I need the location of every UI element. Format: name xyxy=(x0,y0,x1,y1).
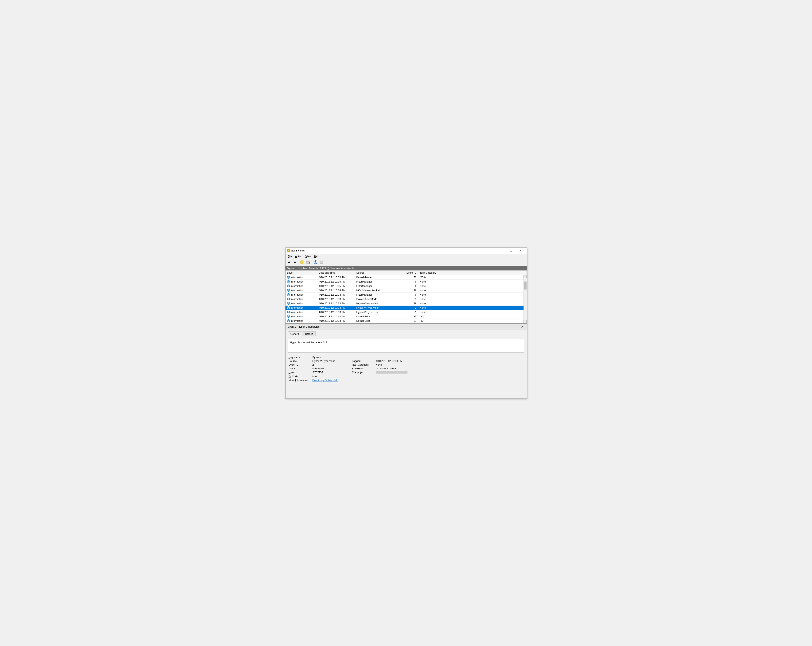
create-task-button[interactable]: + xyxy=(305,259,311,265)
level-cell: i Information xyxy=(285,280,317,284)
logged-value: 4/10/2018 12:10:33 PM xyxy=(376,360,524,363)
minimize-button[interactable]: — xyxy=(497,247,506,254)
forward-button[interactable]: ▶ xyxy=(292,259,298,265)
header-eventid[interactable]: Event ID xyxy=(402,270,418,275)
more-info-label: More Information: xyxy=(289,379,313,382)
log-name-label: System xyxy=(287,267,296,270)
table-row[interactable]: i Information 4/10/2018 12:10:36 PM Kern… xyxy=(285,275,524,280)
info-icon: i xyxy=(287,311,290,314)
info-icon: i xyxy=(287,319,290,322)
level-value: Information xyxy=(291,311,304,314)
menu-view[interactable]: View xyxy=(304,254,313,258)
level-value: Information xyxy=(291,315,304,318)
task-category-label: Task Category: xyxy=(352,363,376,366)
table-row[interactable]: i Information 4/10/2018 12:10:33 PM Isol… xyxy=(285,297,524,301)
close-button[interactable]: ✕ xyxy=(516,247,525,254)
info-icon: i xyxy=(287,297,290,300)
datetime-cell: 4/10/2018 12:10:33 PM xyxy=(317,319,355,323)
level-cell: i Information xyxy=(285,284,317,288)
level-cell: i Information xyxy=(285,314,317,318)
tab-general[interactable]: General xyxy=(288,331,302,336)
level-cell: i Information xyxy=(285,297,317,301)
datetime-cell: 4/10/2018 12:10:35 PM xyxy=(317,280,355,284)
header-datetime[interactable]: Date and Time xyxy=(317,270,355,275)
user-value: SYSTEM xyxy=(313,371,352,374)
info-icon: i xyxy=(287,280,290,283)
eventid-cell: 172 xyxy=(402,275,418,279)
scroll-down-btn[interactable]: ▼ xyxy=(524,320,527,323)
level-cell: i Information xyxy=(285,275,317,279)
detail-close-button[interactable]: ✕ xyxy=(520,325,524,329)
toolbar-separator-2 xyxy=(312,260,312,264)
header-source[interactable]: Source xyxy=(355,270,402,275)
task-category-value: None xyxy=(376,363,524,366)
source-cell: Hyper-V-Hypervisor xyxy=(355,301,402,305)
svg-text:E: E xyxy=(288,250,289,252)
level-cell: i Information xyxy=(285,310,317,314)
title-bar: E Event Viewer — □ ✕ xyxy=(285,248,527,254)
logged-label: Logged: xyxy=(352,360,376,363)
table-row[interactable]: i Information 4/10/2018 12:10:33 PM Hype… xyxy=(285,310,524,314)
header-category[interactable]: Task Category xyxy=(418,270,527,275)
table-row[interactable]: i Information 4/10/2018 12:10:35 PM Filt… xyxy=(285,280,524,284)
scrollbar-thumb[interactable] xyxy=(524,282,527,289)
info-icon: i xyxy=(287,315,290,318)
svg-rect-4 xyxy=(301,262,303,264)
table-row[interactable]: i Information 4/10/2018 12:10:35 PM Filt… xyxy=(285,284,524,288)
source-cell: Hyper-V-Hypervisor xyxy=(355,306,402,310)
maximize-button[interactable]: □ xyxy=(507,247,516,254)
source-cell: Ntfs (Microsoft-Wind… xyxy=(355,288,402,293)
menu-action[interactable]: Action xyxy=(293,254,304,258)
category-cell: None xyxy=(418,293,524,297)
eventid-cell: 27 xyxy=(402,319,418,323)
level-value: Information xyxy=(291,285,304,288)
detail-tabs: General Details xyxy=(285,330,527,336)
category-cell: None xyxy=(418,284,524,288)
category-cell: (203) xyxy=(418,275,524,279)
keywords-label: Keywords: xyxy=(352,367,376,370)
help-button[interactable]: ? xyxy=(313,259,318,265)
category-cell: None xyxy=(418,288,524,293)
eventid-cell: 98 xyxy=(402,288,418,293)
back-button[interactable]: ◀ xyxy=(286,259,292,265)
datetime-cell: 4/10/2018 12:10:36 PM xyxy=(317,275,355,279)
menu-help[interactable]: Help xyxy=(313,254,321,258)
eventid-cell: 129 xyxy=(402,301,418,305)
datetime-cell: 4/10/2018 12:10:35 PM xyxy=(317,284,355,288)
open-log-button[interactable] xyxy=(299,259,305,265)
source-cell: FilterManager xyxy=(355,284,402,288)
eventid-cell: 2 xyxy=(402,306,418,310)
level-value: Information xyxy=(291,289,304,292)
datetime-cell: 4/10/2018 12:10:33 PM xyxy=(317,297,355,301)
table-row[interactable]: i Information 4/10/2018 12:10:34 PM Filt… xyxy=(285,293,524,297)
table-row[interactable]: i Information 4/10/2018 12:10:34 PM Ntfs… xyxy=(285,288,524,293)
level-cell: i Information xyxy=(285,306,317,310)
tab-details[interactable]: Details xyxy=(302,331,316,336)
datetime-cell: 4/10/2018 12:10:33 PM xyxy=(317,314,355,318)
svg-rect-18 xyxy=(320,262,322,263)
header-level[interactable]: Level xyxy=(285,270,317,275)
event-log-online-help-link[interactable]: Event Log Online Help xyxy=(313,379,524,382)
level-cell: i Information xyxy=(285,319,317,323)
category-cell: (32) xyxy=(418,314,524,318)
scroll-up-btn[interactable]: ▲ xyxy=(524,275,527,278)
scrollbar[interactable]: ▲ ▼ xyxy=(524,275,527,323)
table-row[interactable]: i Information 4/10/2018 12:10:33 PM Kern… xyxy=(285,319,524,323)
properties-button[interactable] xyxy=(319,259,324,265)
eventid-cell: 6 xyxy=(402,284,418,288)
log-name-label: Log Name: xyxy=(289,356,313,359)
level-value: Information xyxy=(291,293,304,296)
table-row[interactable]: i Information 4/10/2018 12:10:33 PM Hype… xyxy=(285,301,524,306)
computer-redacted-value xyxy=(376,371,408,373)
menu-file[interactable]: File xyxy=(286,254,294,258)
source-label: Source: xyxy=(289,360,313,363)
info-icon: i xyxy=(287,289,290,292)
table-row[interactable]: i Information 4/10/2018 12:10:33 PM Kern… xyxy=(285,314,524,319)
source-cell: Hyper-V-Hypervisor xyxy=(355,310,402,314)
event-description: Hypervisor scheduler type is 0x2. xyxy=(288,339,524,353)
list-header: Level Date and Time Source Event ID Task… xyxy=(285,270,527,275)
info-icon: i xyxy=(287,293,290,296)
list-body[interactable]: i Information 4/10/2018 12:10:36 PM Kern… xyxy=(285,275,524,323)
table-row[interactable]: i Information 4/10/2018 12:10:33 PM Hype… xyxy=(285,306,524,310)
computer-value xyxy=(376,371,524,374)
